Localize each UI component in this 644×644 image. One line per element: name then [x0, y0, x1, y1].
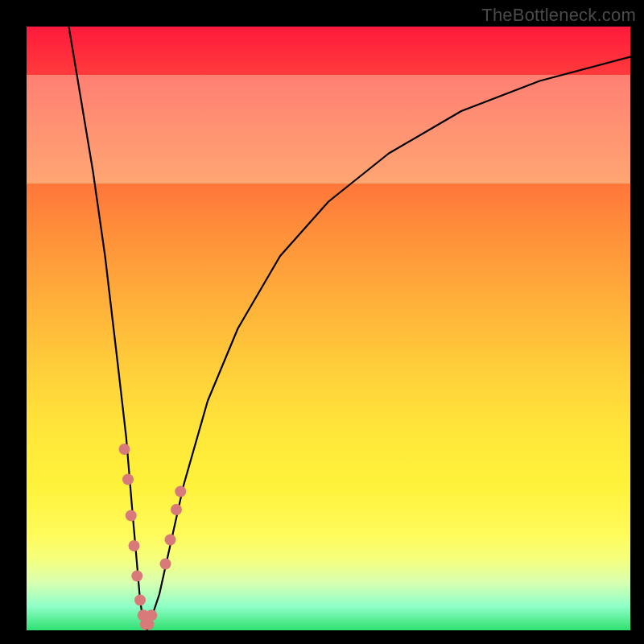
watermark-text: TheBottleneck.com [481, 5, 636, 26]
highlight-dot [126, 510, 137, 522]
highlight-dot [175, 486, 186, 497]
gradient-plot-area [27, 27, 630, 630]
highlight-dot [165, 535, 176, 546]
curve-layer [27, 27, 630, 630]
highlight-dot [146, 609, 157, 621]
highlight-dot [119, 444, 130, 455]
chart-frame: TheBottleneck.com [0, 0, 644, 644]
highlight-dot [131, 571, 142, 582]
highlight-dot [122, 474, 134, 485]
highlight-dot [129, 540, 140, 551]
highlight-dot [160, 559, 171, 570]
highlight-dot [171, 504, 182, 515]
highlight-dot [134, 595, 146, 606]
bottleneck-curve [69, 27, 631, 630]
